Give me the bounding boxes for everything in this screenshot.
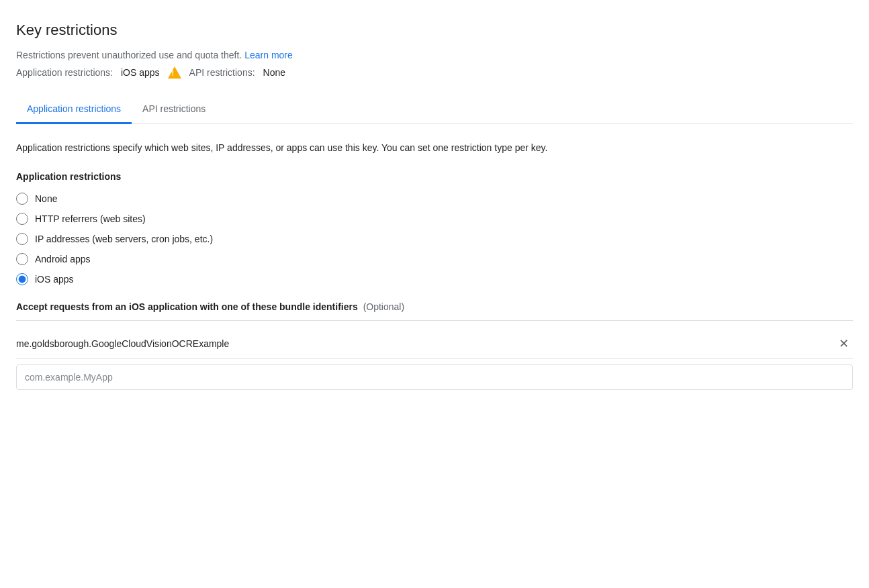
subtitle-row: Restrictions prevent unauthorized use an… xyxy=(16,50,853,60)
api-restrictions-summary-label: API restrictions: xyxy=(189,67,255,78)
remove-bundle-button[interactable]: ✕ xyxy=(834,334,853,353)
radio-http-referrers[interactable] xyxy=(16,213,28,225)
radio-android-apps[interactable] xyxy=(16,253,28,265)
application-restrictions-title: Application restrictions xyxy=(16,171,853,182)
api-restrictions-summary-value: None xyxy=(263,67,285,78)
tab-api-restrictions[interactable]: API restrictions xyxy=(132,95,216,124)
bundle-section-label: Accept requests from an iOS application … xyxy=(16,301,853,312)
summary-row: Application restrictions: iOS apps API r… xyxy=(16,66,853,79)
tabs-container: Application restrictions API restriction… xyxy=(16,95,853,124)
radio-none[interactable] xyxy=(16,193,28,205)
bundle-identifier-input[interactable] xyxy=(16,364,853,390)
learn-more-link[interactable]: Learn more xyxy=(244,50,293,60)
radio-label-android-apps: Android apps xyxy=(35,254,91,264)
bundle-entry: me.goldsborough.GoogleCloudVisionOCRExam… xyxy=(16,329,853,359)
bundle-divider xyxy=(16,320,853,321)
bundle-identifiers-section: Accept requests from an iOS application … xyxy=(16,301,853,390)
app-restrictions-summary-label: Application restrictions: xyxy=(16,67,113,78)
radio-ip-addresses[interactable] xyxy=(16,233,28,245)
section-description: Application restrictions specify which w… xyxy=(16,140,621,155)
radio-ios-apps[interactable] xyxy=(16,273,28,285)
radio-item-android-apps[interactable]: Android apps xyxy=(16,253,853,265)
warning-triangle-shape xyxy=(168,66,181,79)
radio-label-http-referrers: HTTP referrers (web sites) xyxy=(35,213,146,224)
restriction-radio-group: None HTTP referrers (web sites) IP addre… xyxy=(16,193,853,285)
radio-item-http-referrers[interactable]: HTTP referrers (web sites) xyxy=(16,213,853,225)
page-title: Key restrictions xyxy=(16,21,853,39)
app-restrictions-summary-value: iOS apps xyxy=(121,67,160,78)
subtitle-text: Restrictions prevent unauthorized use an… xyxy=(16,50,242,60)
warning-icon xyxy=(168,66,181,79)
bundle-optional-label: (Optional) xyxy=(363,301,404,312)
tab-app-restrictions[interactable]: Application restrictions xyxy=(16,95,132,124)
radio-label-ip-addresses: IP addresses (web servers, cron jobs, et… xyxy=(35,234,213,244)
radio-label-ios-apps: iOS apps xyxy=(35,274,74,285)
radio-label-none: None xyxy=(35,193,57,204)
radio-item-none[interactable]: None xyxy=(16,193,853,205)
radio-item-ios-apps[interactable]: iOS apps xyxy=(16,273,853,285)
bundle-entry-value: me.goldsborough.GoogleCloudVisionOCRExam… xyxy=(16,338,229,349)
bundle-label-text: Accept requests from an iOS application … xyxy=(16,301,358,312)
radio-item-ip-addresses[interactable]: IP addresses (web servers, cron jobs, et… xyxy=(16,233,853,245)
application-restrictions-section: Application restrictions None HTTP refer… xyxy=(16,171,853,390)
